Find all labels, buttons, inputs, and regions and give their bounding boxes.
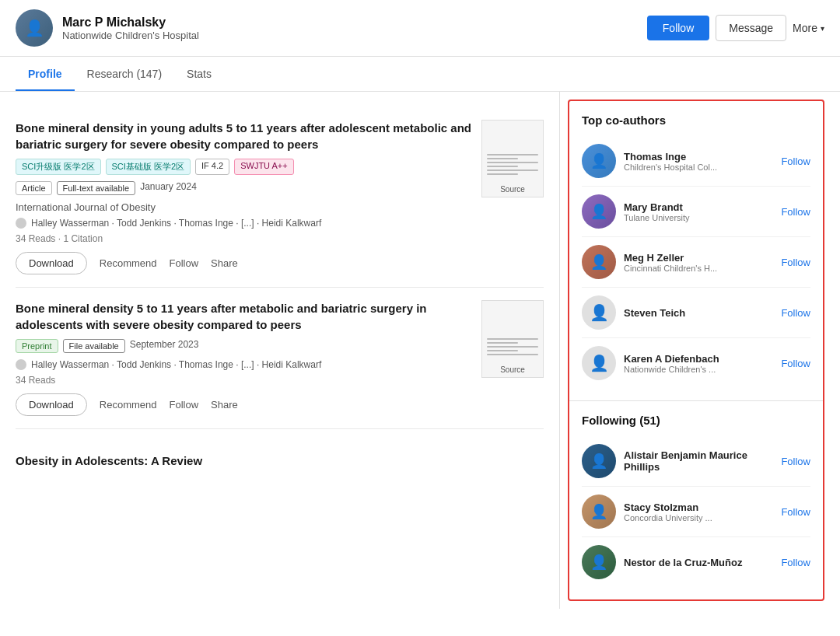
tag-sci-upgraded: SCI升级版 医学2区: [16, 159, 101, 175]
following-item: 👤 Stacy Stolzman Concordia University ..…: [582, 487, 810, 537]
pub-authors: Halley Wasserman · Todd Jenkins · Thomas…: [16, 218, 472, 229]
follow-coauthor-button[interactable]: Follow: [781, 156, 810, 167]
citations-count: 1 Citation: [63, 233, 103, 244]
following-name: Nestor de la Cruz-Muñoz: [624, 557, 781, 568]
coauthor-info: Mary Brandt Tulane University: [624, 201, 781, 222]
header-actions: Follow Message More ▾: [647, 15, 824, 41]
thumb-line: [487, 354, 538, 355]
follow-following-button[interactable]: Follow: [781, 557, 810, 568]
person-icon: 👤: [590, 354, 609, 372]
following-info: Alistair Benjamin Maurice Phillips: [624, 449, 781, 473]
coauthor-institution: Cincinnati Children's H...: [624, 264, 740, 273]
coauthor-name: Mary Brandt: [624, 201, 781, 213]
pub-tags: Preprint File available September 2023: [16, 339, 472, 353]
thumb-line: [487, 169, 538, 171]
author-institution: Nationwide Children's Hospital: [62, 30, 647, 41]
coauthor-item: 👤 Karen A Diefenbach Nationwide Children…: [582, 338, 810, 388]
coauthor-item: 👤 Meg H Zeller Cincinnati Children's H..…: [582, 237, 810, 288]
coauthors-title: Top co-authors: [582, 114, 810, 127]
person-icon: 👤: [590, 303, 609, 322]
follow-coauthor-button[interactable]: Follow: [781, 307, 810, 319]
follow-following-button[interactable]: Follow: [781, 506, 810, 518]
following-item: 👤 Nestor de la Cruz-Muñoz Follow: [582, 537, 810, 587]
follow-coauthor-button[interactable]: Follow: [781, 206, 810, 218]
pub-actions: Download Recommend Follow Share: [16, 252, 472, 274]
pub-text: Bone mineral density 5 to 11 years after…: [16, 300, 472, 416]
coauthor-avatar: 👤: [582, 295, 616, 330]
pub-title: Obesity in Adolescents: A Review: [16, 454, 544, 467]
share-button[interactable]: Share: [211, 257, 238, 269]
follow-pub-button[interactable]: Follow: [170, 257, 199, 269]
recommend-button[interactable]: Recommend: [100, 399, 157, 411]
author-icon: [16, 359, 26, 370]
coauthor-name: Steven Teich: [624, 307, 781, 319]
pub-title: Bone mineral density 5 to 11 years after…: [16, 300, 472, 333]
main-layout: Bone mineral density in young adults 5 t…: [0, 92, 840, 609]
pub-tags: SCI升级版 医学2区 SCI基础版 医学2区 IF 4.2 SWJTU A++: [16, 159, 472, 175]
following-avatar: 👤: [582, 494, 616, 529]
follow-coauthor-button[interactable]: Follow: [781, 358, 810, 369]
following-info: Nestor de la Cruz-Muñoz: [624, 557, 781, 568]
pub-content: Bone mineral density 5 to 11 years after…: [16, 300, 544, 416]
authors-text: Halley Wasserman · Todd Jenkins · Thomas…: [31, 359, 321, 370]
coauthors-section: Top co-authors 👤 Thomas Inge Children's …: [569, 101, 823, 400]
publication-card: Bone mineral density in young adults 5 t…: [16, 107, 544, 288]
pub-text: Bone mineral density in young adults 5 t…: [16, 120, 472, 274]
tab-stats[interactable]: Stats: [174, 57, 224, 91]
coauthor-avatar: 👤: [582, 144, 616, 178]
download-button[interactable]: Download: [16, 393, 87, 416]
more-button[interactable]: More ▾: [793, 22, 824, 34]
content-area: Bone mineral density in young adults 5 t…: [0, 92, 560, 609]
reads-count: 34 Reads: [16, 233, 55, 244]
publication-card: Bone mineral density 5 to 11 years after…: [16, 288, 544, 429]
header-info: Marc P Michalsky Nationwide Children's H…: [62, 16, 647, 41]
pub-thumbnail: Source: [481, 300, 544, 378]
following-name: Alistair Benjamin Maurice Phillips: [624, 449, 781, 473]
nav-tabs: Profile Research (147) Stats: [0, 57, 840, 92]
recommend-button[interactable]: Recommend: [100, 257, 157, 269]
coauthor-avatar: 👤: [582, 245, 616, 279]
follow-button[interactable]: Follow: [647, 16, 709, 40]
pub-authors: Halley Wasserman · Todd Jenkins · Thomas…: [16, 359, 472, 370]
coauthor-name: Thomas Inge: [624, 151, 781, 162]
follow-following-button[interactable]: Follow: [781, 456, 810, 467]
message-button[interactable]: Message: [716, 15, 786, 41]
coauthor-info: Meg H Zeller Cincinnati Children's H...: [624, 252, 781, 273]
tab-research[interactable]: Research (147): [75, 57, 175, 91]
follow-coauthor-button[interactable]: Follow: [781, 257, 810, 268]
following-avatar: 👤: [582, 545, 616, 579]
tag-if: IF 4.2: [195, 159, 229, 175]
following-avatar: 👤: [582, 444, 616, 478]
pub-stats: 34 Reads · 1 Citation: [16, 233, 472, 244]
coauthor-info: Karen A Diefenbach Nationwide Children's…: [624, 353, 781, 374]
following-info: Stacy Stolzman Concordia University ...: [624, 501, 781, 522]
coauthor-item: 👤 Steven Teich Follow: [582, 288, 810, 338]
download-button[interactable]: Download: [16, 252, 87, 274]
following-institution: Concordia University ...: [624, 513, 740, 522]
following-list: 👤 Alistair Benjamin Maurice Phillips Fol…: [582, 436, 810, 587]
tag-swjtu: SWJTU A++: [234, 159, 294, 175]
pub-thumbnail: Source: [481, 120, 544, 197]
page-header: 👤 Marc P Michalsky Nationwide Children's…: [0, 0, 840, 57]
avatar: 👤: [16, 9, 53, 47]
thumb-line: [487, 350, 518, 351]
thumb-lines: [482, 334, 543, 362]
publication-card: Obesity in Adolescents: A Review: [16, 429, 544, 480]
pub-content: Bone mineral density in young adults 5 t…: [16, 120, 544, 274]
thumb-line: [487, 154, 538, 156]
follow-pub-button[interactable]: Follow: [170, 399, 199, 411]
thumbnail-label: Source: [500, 185, 525, 194]
author-name: Marc P Michalsky: [62, 16, 647, 30]
coauthor-item: 👤 Thomas Inge Children's Hospital Col...…: [582, 136, 810, 187]
coauthor-avatar: 👤: [582, 346, 616, 380]
share-button[interactable]: Share: [211, 399, 238, 411]
sidebar: Top co-authors 👤 Thomas Inge Children's …: [568, 100, 824, 601]
coauthor-item: 👤 Mary Brandt Tulane University Follow: [582, 187, 810, 237]
coauthor-list: 👤 Thomas Inge Children's Hospital Col...…: [582, 136, 810, 388]
thumb-line: [487, 158, 518, 159]
more-label: More: [793, 22, 817, 34]
pub-date: September 2023: [130, 339, 199, 353]
tab-profile[interactable]: Profile: [16, 57, 75, 91]
thumb-line: [487, 173, 518, 175]
pub-journal: International Journal of Obesity: [16, 201, 472, 213]
